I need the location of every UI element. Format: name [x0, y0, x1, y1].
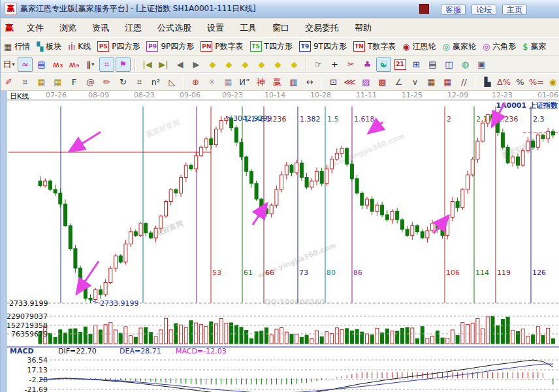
diamond-left-icon[interactable]: ◆	[205, 57, 220, 72]
nav-prev-icon[interactable]: ◀	[172, 57, 187, 72]
menu-item-1[interactable]: 浏览	[52, 21, 84, 35]
gold-circle-icon[interactable]: ◉	[545, 75, 559, 90]
t-square-button[interactable]: TST四方形	[250, 41, 293, 52]
fan-lines-icon[interactable]: ⋘	[342, 75, 357, 90]
nav-last-icon[interactable]: ▶|	[156, 57, 171, 72]
diamond-star-icon[interactable]: ◆	[270, 57, 285, 72]
wave-3-icon[interactable]: ʍ₃	[50, 57, 65, 72]
comb-2-icon[interactable]: ⌗	[132, 75, 147, 90]
angle-flag-icon[interactable]: ◺	[165, 75, 180, 90]
f-grid-icon[interactable]: F	[67, 75, 82, 90]
9t-square-button[interactable]: T99T四方形	[299, 41, 347, 52]
svg-text:09-23: 09-23	[222, 91, 243, 99]
stats-bars-icon[interactable]: ▙	[480, 75, 495, 90]
pct-tri-icon[interactable]: Δ%	[496, 75, 511, 90]
chart-canvas[interactable]: 赢家财富网www.yingjia360.comQQ:100800360赢家财富网…	[7, 91, 559, 392]
winner-wheel-button[interactable]: ◎赢家轮	[443, 41, 476, 52]
gann-wheel-button[interactable]: ◉江恩轮	[402, 41, 436, 52]
svg-text:66: 66	[265, 269, 274, 277]
candle-style-dropdown-icon[interactable]: ǁ▾	[83, 57, 98, 72]
svg-text:08-23: 08-23	[134, 91, 155, 99]
svg-text:1.618: 1.618	[354, 115, 375, 123]
report-icon[interactable]: ▤	[34, 57, 49, 72]
box-net-icon[interactable]: ▩	[375, 75, 390, 90]
nav-first-icon[interactable]: |◀	[140, 57, 155, 72]
save-icon[interactable]: ◫	[441, 57, 456, 72]
winner-coin-button[interactable]: $赢家	[522, 41, 546, 52]
kline-button[interactable]: ıİıK线	[68, 41, 91, 52]
titlebar-button-1[interactable]: 论坛	[471, 5, 496, 15]
crosshair-tool-icon[interactable]: +	[327, 57, 342, 72]
analyze-tool-glyph: ☯	[380, 60, 388, 69]
diamond-cross-icon[interactable]: ◆	[254, 57, 269, 72]
slash-lines-icon[interactable]: //	[456, 75, 471, 90]
star-gray-icon[interactable]: ✳	[204, 75, 219, 90]
menu-item-3[interactable]: 江恩	[117, 21, 150, 35]
comb-2-glyph: ⌗	[137, 78, 142, 86]
analyze-tool-icon[interactable]: ☯	[376, 57, 391, 72]
diamond-left-glyph: ◆	[210, 60, 216, 69]
menu-item-7[interactable]: 窗口	[264, 21, 297, 35]
9p-square-button[interactable]: P99P四方形	[146, 41, 194, 52]
period-day-dropdown-icon[interactable]: 日▾	[1, 57, 16, 72]
shen-mark-icon[interactable]: 神	[253, 75, 268, 90]
calculator-icon[interactable]: ⊞	[409, 57, 424, 72]
ying-mark-icon[interactable]: 赢	[270, 75, 285, 90]
brush-icon[interactable]: ✏	[99, 75, 114, 90]
gold-grid-2-icon[interactable]: ▦	[50, 75, 65, 90]
table-grid-2-icon[interactable]: ▦	[440, 75, 455, 90]
wave-9-icon[interactable]: ʍ₉	[67, 57, 82, 72]
kn-mark-icon[interactable]: И”	[237, 75, 252, 90]
service-icon[interactable]	[419, 4, 429, 14]
wave-tool-icon[interactable]: ≈	[18, 57, 33, 72]
print-icon[interactable]: ▣	[474, 57, 489, 72]
box-tool-icon[interactable]: ⊡	[326, 75, 341, 90]
ruler-grid-icon[interactable]: ▥	[286, 75, 301, 90]
grid-comb-icon[interactable]: ⌗	[18, 75, 33, 90]
menu-item-8[interactable]: 交易委托	[297, 21, 347, 35]
p-table-button[interactable]: PNP数字表	[200, 41, 243, 52]
titlebar-button-0[interactable]: 客服	[441, 5, 466, 15]
box-fan-icon[interactable]: ▨	[359, 75, 374, 90]
tree-tool-icon[interactable]: ♣	[360, 57, 375, 72]
target-icon[interactable]: ⊕	[188, 75, 203, 90]
pct-icon[interactable]: %	[513, 75, 528, 90]
gold-grid-1-icon[interactable]: ▦	[34, 75, 49, 90]
spiral-icon[interactable]: @	[83, 75, 98, 90]
h-adjust-icon[interactable]: ↔	[302, 75, 317, 90]
diamond-vertical-icon[interactable]: ◆	[287, 57, 302, 72]
network-icon[interactable]: ◍	[458, 57, 473, 72]
flag-tool-icon[interactable]: ⚑	[116, 57, 131, 72]
pct-line-icon[interactable]: %=	[529, 75, 544, 90]
dropdown-caret-icon: ▾	[91, 62, 94, 67]
nav-next-icon[interactable]: ▶	[189, 57, 204, 72]
calendar-icon[interactable]: 21	[392, 57, 407, 72]
draw-pen-icon[interactable]: ✐	[1, 75, 16, 90]
angle-line-icon[interactable]: ∠	[391, 75, 406, 90]
menu-item-9[interactable]: 帮助	[347, 21, 379, 35]
grid-gray-icon[interactable]: ▦	[221, 75, 236, 90]
table-grid-1-icon[interactable]: ▦	[424, 75, 439, 90]
diamond-right-icon[interactable]: ◆	[221, 57, 236, 72]
svg-text:152719358: 152719358	[7, 321, 48, 330]
t-table-button[interactable]: TNT数字表	[353, 41, 396, 52]
cut-tool-icon[interactable]: ✂	[343, 57, 359, 72]
hand-tool-icon[interactable]: ☞	[311, 57, 326, 72]
p-square-button[interactable]: PSP四方形	[97, 41, 140, 52]
n-square-icon[interactable]: n²	[148, 75, 163, 90]
cycle-icon[interactable]: ↻	[116, 75, 131, 90]
menu-item-6[interactable]: 工具	[232, 21, 264, 35]
menu-item-0[interactable]: 文件	[19, 21, 52, 35]
v-lines-icon[interactable]: ∨	[407, 75, 423, 90]
p-square-label: P四方形	[112, 41, 140, 52]
sectors-button[interactable]: ▚板块	[37, 41, 61, 52]
hexagon-button[interactable]: ◎六角形	[483, 41, 516, 52]
menu-item-5[interactable]: 设置	[199, 21, 232, 35]
gann-grid-tool-icon[interactable]: ⌗	[99, 57, 114, 72]
quotes-button[interactable]: ▦行情	[4, 41, 30, 52]
menu-item-2[interactable]: 资讯	[84, 21, 117, 35]
menu-item-4[interactable]: 公式选股	[150, 21, 199, 35]
diamond-horizontal-icon[interactable]: ◆	[238, 57, 253, 72]
notes-icon[interactable]: ▤	[425, 57, 440, 72]
titlebar-button-2[interactable]: 主页	[502, 5, 527, 15]
